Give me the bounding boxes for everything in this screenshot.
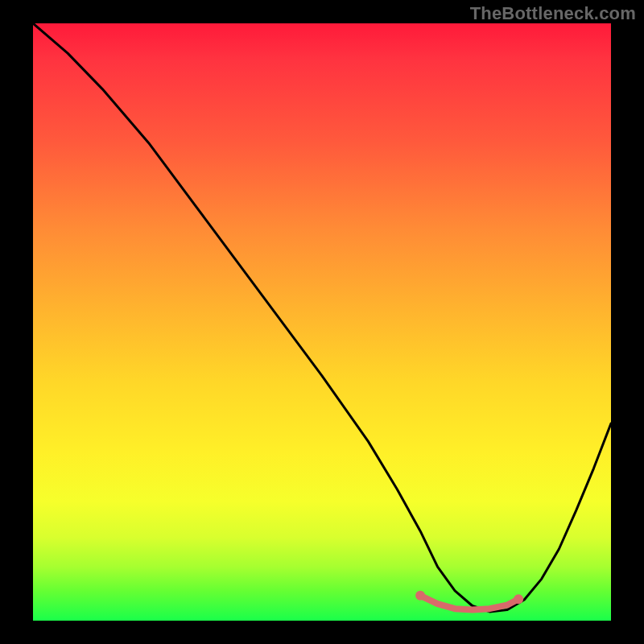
plot-area [33, 23, 611, 621]
curve-line [33, 23, 611, 612]
svg-point-1 [514, 594, 523, 604]
valley-marker [415, 591, 523, 610]
svg-point-0 [415, 591, 425, 601]
watermark-label: TheBottleneck.com [470, 3, 636, 24]
chart-frame: TheBottleneck.com [0, 0, 644, 644]
chart-svg [33, 23, 611, 621]
